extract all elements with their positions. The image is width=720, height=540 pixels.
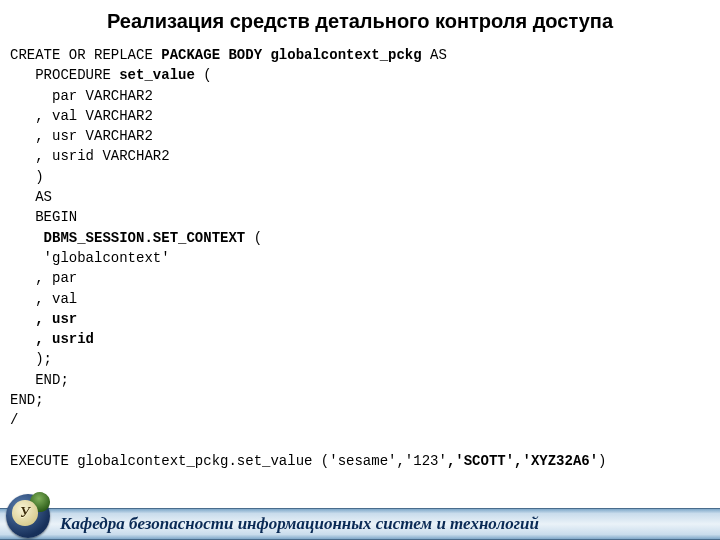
code-segment: set_value — [119, 67, 195, 83]
code-segment: par VARCHAR2 — [10, 88, 153, 104]
code-segment: PROCEDURE — [10, 67, 119, 83]
code-segment: , val VARCHAR2 — [10, 108, 153, 124]
code-line: EXECUTE globalcontext_pckg.set_value ('s… — [10, 451, 720, 471]
code-segment: , par — [10, 270, 77, 286]
code-segment — [10, 230, 44, 246]
code-line: , usr VARCHAR2 — [10, 126, 720, 146]
university-logo-icon: У — [6, 494, 50, 538]
code-line: ) — [10, 167, 720, 187]
code-segment: ); — [10, 351, 52, 367]
code-line: PROCEDURE set_value ( — [10, 65, 720, 85]
code-line: AS — [10, 187, 720, 207]
code-segment: ,'SCOTT','XYZ32A6' — [447, 453, 598, 469]
code-segment: CREATE OR REPLACE — [10, 47, 161, 63]
code-segment: EXECUTE globalcontext_pckg.set_value ('s… — [10, 453, 447, 469]
code-line: , usr — [10, 309, 720, 329]
code-line: , val — [10, 289, 720, 309]
code-segment: , usrid VARCHAR2 — [10, 148, 170, 164]
footer-bar: Кафедра безопасности информационных сист… — [0, 508, 720, 540]
code-line: , usrid VARCHAR2 — [10, 146, 720, 166]
code-line: END; — [10, 370, 720, 390]
code-segment: , val — [10, 291, 77, 307]
code-segment: 'globalcontext' — [10, 250, 170, 266]
code-line: , par — [10, 268, 720, 288]
code-line: / — [10, 410, 720, 430]
code-segment: ) — [10, 169, 44, 185]
code-line: par VARCHAR2 — [10, 86, 720, 106]
code-segment: PACKAGE BODY globalcontext_pckg — [161, 47, 421, 63]
code-line: ); — [10, 349, 720, 369]
code-segment: AS — [422, 47, 447, 63]
code-segment: END; — [10, 392, 44, 408]
code-segment: / — [10, 412, 18, 428]
code-segment: END; — [10, 372, 69, 388]
code-segment: ( — [195, 67, 212, 83]
code-segment: BEGIN — [10, 209, 77, 225]
code-line: DBMS_SESSION.SET_CONTEXT ( — [10, 228, 720, 248]
code-segment: , usrid — [10, 331, 94, 347]
footer-text: Кафедра безопасности информационных сист… — [60, 509, 710, 539]
code-segment: AS — [10, 189, 52, 205]
code-block: CREATE OR REPLACE PACKAGE BODY globalcon… — [10, 45, 720, 471]
code-segment: , usr VARCHAR2 — [10, 128, 153, 144]
code-line: , val VARCHAR2 — [10, 106, 720, 126]
code-segment: , usr — [10, 311, 77, 327]
code-line: 'globalcontext' — [10, 248, 720, 268]
slide-title: Реализация средств детального контроля д… — [0, 10, 720, 33]
code-line: BEGIN — [10, 207, 720, 227]
code-line — [10, 431, 720, 451]
code-segment: ) — [598, 453, 606, 469]
code-line: CREATE OR REPLACE PACKAGE BODY globalcon… — [10, 45, 720, 65]
logo-letter: У — [12, 500, 38, 526]
code-segment: ( — [245, 230, 262, 246]
code-segment: DBMS_SESSION.SET_CONTEXT — [44, 230, 246, 246]
code-line: , usrid — [10, 329, 720, 349]
code-line: END; — [10, 390, 720, 410]
footer: Кафедра безопасности информационных сист… — [0, 500, 720, 540]
